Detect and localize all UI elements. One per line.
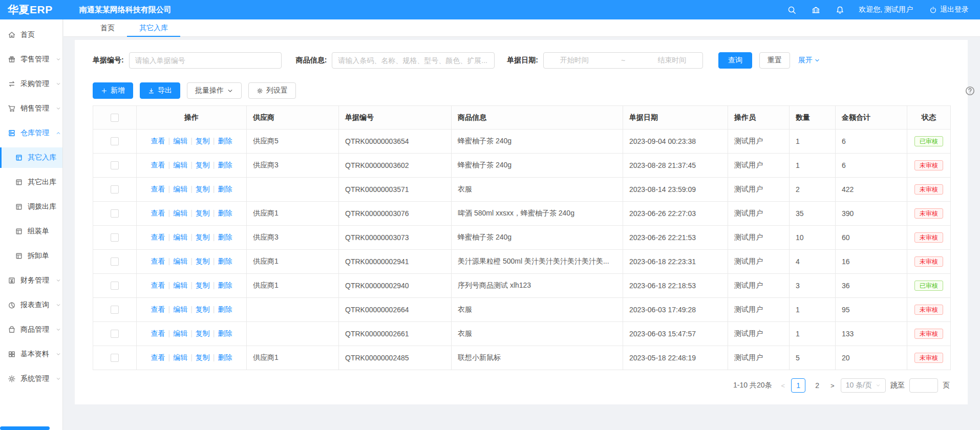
sidebar-item-system-management[interactable]: 系统管理: [0, 369, 62, 389]
sidebar-item-sales-management[interactable]: 销售管理: [0, 98, 62, 119]
column-header-operation[interactable]: 操作: [137, 106, 247, 130]
column-settings-button[interactable]: 列设置: [248, 82, 296, 99]
view-link[interactable]: 查看: [151, 185, 165, 193]
sidebar-item-warehouse-management[interactable]: 仓库管理: [0, 123, 62, 143]
app-logo[interactable]: 华夏ERP: [0, 3, 53, 17]
copy-link[interactable]: 复制: [196, 185, 210, 193]
row-checkbox[interactable]: [111, 306, 119, 314]
help-icon[interactable]: [965, 86, 975, 96]
view-link[interactable]: 查看: [151, 281, 165, 289]
search-button[interactable]: 查询: [718, 52, 752, 69]
edit-link[interactable]: 编辑: [173, 161, 187, 169]
view-link[interactable]: 查看: [151, 257, 165, 265]
copy-link[interactable]: 复制: [196, 137, 210, 145]
date-start-placeholder[interactable]: 开始时间: [560, 56, 589, 65]
delete-link[interactable]: 删除: [218, 233, 232, 241]
edit-link[interactable]: 编辑: [173, 137, 187, 145]
delete-link[interactable]: 删除: [218, 257, 232, 265]
bill-no-input[interactable]: [129, 52, 282, 69]
column-header-goods-info[interactable]: 商品信息: [452, 106, 623, 130]
edit-link[interactable]: 编辑: [173, 257, 187, 265]
copy-link[interactable]: 复制: [196, 257, 210, 265]
column-header-quantity[interactable]: 数量: [790, 106, 836, 130]
sidebar-item-goods-management[interactable]: 商品管理: [0, 319, 62, 340]
reset-button[interactable]: 重置: [759, 52, 790, 69]
sidebar-item-purchase-management[interactable]: 采购管理: [0, 74, 62, 94]
date-range-input[interactable]: 开始时间 ~ 结束时间: [543, 52, 703, 69]
copy-link[interactable]: 复制: [196, 161, 210, 169]
row-checkbox[interactable]: [111, 282, 119, 290]
sidebar-item-basic-data[interactable]: 基本资料: [0, 344, 62, 364]
select-all-checkbox[interactable]: [111, 114, 119, 122]
view-link[interactable]: 查看: [151, 353, 165, 361]
view-link[interactable]: 查看: [151, 209, 165, 217]
sidebar-item-assembly-order[interactable]: 组装单: [0, 221, 62, 242]
delete-link[interactable]: 删除: [218, 137, 232, 145]
delete-link[interactable]: 删除: [218, 185, 232, 193]
copy-link[interactable]: 复制: [196, 233, 210, 241]
expand-toggle[interactable]: 展开: [798, 56, 820, 65]
copy-link[interactable]: 复制: [196, 209, 210, 217]
edit-link[interactable]: 编辑: [173, 209, 187, 217]
row-checkbox[interactable]: [111, 330, 119, 338]
add-button[interactable]: 新增: [93, 82, 133, 99]
edit-link[interactable]: 编辑: [173, 329, 187, 337]
delete-link[interactable]: 删除: [218, 353, 232, 361]
row-checkbox[interactable]: [111, 257, 119, 266]
delete-link[interactable]: 删除: [218, 161, 232, 169]
edit-link[interactable]: 编辑: [173, 185, 187, 193]
view-link[interactable]: 查看: [151, 305, 165, 313]
search-icon[interactable]: [787, 6, 796, 14]
platform-icon[interactable]: [812, 6, 820, 14]
row-checkbox[interactable]: [111, 185, 119, 193]
bell-icon[interactable]: [836, 6, 844, 14]
copy-link[interactable]: 复制: [196, 281, 210, 289]
copy-link[interactable]: 复制: [196, 353, 210, 361]
sidebar-item-finance-management[interactable]: 财务管理: [0, 270, 62, 291]
batch-operations-button[interactable]: 批量操作: [187, 82, 242, 99]
edit-link[interactable]: 编辑: [173, 233, 187, 241]
view-link[interactable]: 查看: [151, 233, 165, 241]
export-button[interactable]: 导出: [140, 82, 180, 99]
column-header-bill-date[interactable]: 单据日期: [623, 106, 728, 130]
tab-other-inbound[interactable]: 其它入库: [127, 19, 180, 36]
row-checkbox[interactable]: [111, 233, 119, 242]
column-header-bill-no[interactable]: 单据编号: [339, 106, 452, 130]
row-checkbox[interactable]: [111, 209, 119, 218]
page-jump-input[interactable]: [909, 378, 938, 393]
row-checkbox[interactable]: [111, 354, 119, 362]
view-link[interactable]: 查看: [151, 137, 165, 145]
copy-link[interactable]: 复制: [196, 329, 210, 337]
page-button-2[interactable]: 2: [810, 378, 824, 393]
edit-link[interactable]: 编辑: [173, 305, 187, 313]
column-header-total-amount[interactable]: 金额合计: [836, 106, 907, 130]
view-link[interactable]: 查看: [151, 161, 165, 169]
prev-page-button[interactable]: <: [779, 382, 786, 390]
delete-link[interactable]: 删除: [218, 329, 232, 337]
tab-home[interactable]: 首页: [88, 19, 127, 36]
sidebar-item-transfer-outbound[interactable]: 调拨出库: [0, 197, 62, 217]
welcome-user[interactable]: 欢迎您, 测试用户: [859, 5, 913, 14]
delete-link[interactable]: 删除: [218, 281, 232, 289]
goods-info-input[interactable]: [332, 52, 495, 69]
sidebar-item-retail-management[interactable]: 零售管理: [0, 49, 62, 70]
page-button-1[interactable]: 1: [791, 378, 805, 393]
logout-button[interactable]: 退出登录: [929, 5, 969, 14]
delete-link[interactable]: 删除: [218, 209, 232, 217]
page-size-select[interactable]: 10 条/页: [841, 378, 886, 393]
sidebar-item-other-inbound[interactable]: 其它入库: [0, 147, 62, 168]
edit-link[interactable]: 编辑: [173, 281, 187, 289]
column-header-supplier[interactable]: 供应商: [247, 106, 339, 130]
date-end-placeholder[interactable]: 结束时间: [657, 56, 686, 65]
view-link[interactable]: 查看: [151, 329, 165, 337]
sidebar-item-disassembly-order[interactable]: 拆卸单: [0, 246, 62, 266]
row-checkbox[interactable]: [111, 137, 119, 145]
sidebar-item-report-query[interactable]: 报表查询: [0, 295, 62, 315]
sidebar-item-other-outbound[interactable]: 其它出库: [0, 172, 62, 192]
copy-link[interactable]: 复制: [196, 305, 210, 313]
edit-link[interactable]: 编辑: [173, 353, 187, 361]
sidebar-scrollbar-thumb[interactable]: [0, 426, 50, 430]
delete-link[interactable]: 删除: [218, 305, 232, 313]
sidebar-item-home[interactable]: 首页: [0, 25, 62, 45]
column-header-status[interactable]: 状态: [907, 106, 951, 130]
